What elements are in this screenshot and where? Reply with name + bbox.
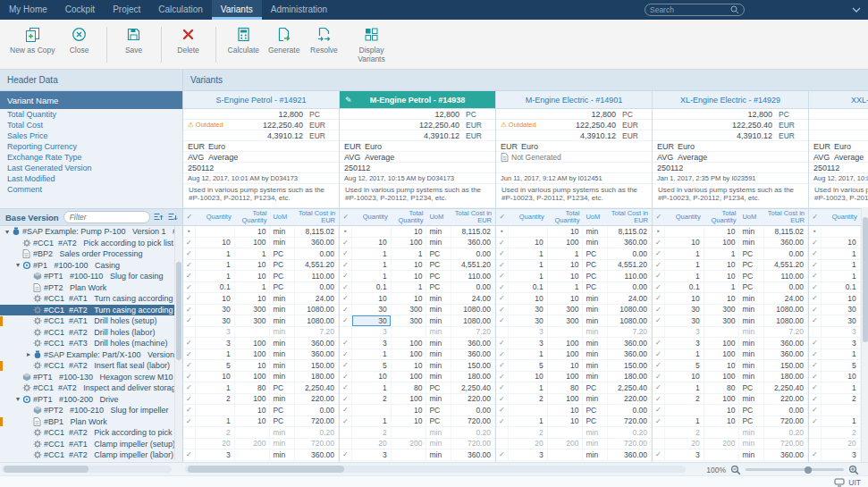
cell-total-quantity[interactable]: 300 <box>392 305 427 315</box>
cell-total-cost[interactable]: 360.00 <box>608 349 652 360</box>
column-header-total-cost[interactable]: Total Cost in EUR <box>295 209 339 225</box>
zoom-in-icon[interactable] <box>848 465 859 475</box>
cell-uom[interactable]: min <box>426 315 451 326</box>
column-header-total-quantity[interactable]: Total Quantity <box>548 209 584 225</box>
cell-total-quantity[interactable]: 300 <box>704 305 740 315</box>
cell-total-quantity[interactable]: 10 <box>704 293 740 304</box>
cell-total-cost[interactable]: 360.00 <box>764 449 808 460</box>
cell-total-cost[interactable]: 4,551.20 <box>608 260 652 271</box>
cell-uom[interactable]: min <box>739 238 764 248</box>
chevron-down-icon[interactable]: ▾ <box>13 395 22 403</box>
table-row[interactable]: ✓10PC0.00 <box>809 405 868 416</box>
cell-total-quantity[interactable] <box>235 327 271 338</box>
cell-uom[interactable]: min <box>270 427 295 438</box>
cell-total-cost[interactable]: 1080.00 <box>295 315 339 326</box>
row-checkbox[interactable]: ✓ <box>496 449 509 460</box>
cell-quantity[interactable]: 2 <box>665 394 704 405</box>
comment-field-label[interactable]: Comment <box>0 184 182 208</box>
cell-quantity[interactable]: 1 <box>665 260 704 271</box>
row-checkbox[interactable] <box>496 427 509 438</box>
cell-total-quantity[interactable] <box>392 449 427 460</box>
tree-item[interactable]: ▸#SAP Example: Part/X-100 Version 1 #P-1… <box>0 349 175 361</box>
row-checkbox[interactable]: ✓ <box>183 360 196 371</box>
column-header-uom[interactable]: UoM <box>426 209 451 225</box>
cell-total-quantity[interactable]: 100 <box>235 238 271 248</box>
table-vertical-scrollbar[interactable] <box>861 208 868 462</box>
cell-uom[interactable]: PC <box>270 416 295 427</box>
cell-total-cost[interactable]: 150.00 <box>764 360 808 371</box>
cell-quantity[interactable]: 10 <box>196 372 235 382</box>
row-checkbox[interactable]: ✓ <box>653 372 665 382</box>
cell-total-cost[interactable]: 7.20 <box>608 327 652 338</box>
cell-total-cost[interactable]: 1080.00 <box>608 305 652 315</box>
row-checkbox[interactable]: ✓ <box>496 416 509 427</box>
cell-uom[interactable]: PC <box>739 416 764 427</box>
cell-total-cost[interactable]: 7.20 <box>764 327 808 338</box>
row-checkbox[interactable]: ✓ <box>496 248 509 259</box>
search-box[interactable] <box>645 4 745 16</box>
cell-total-cost[interactable]: 720.00 <box>764 439 808 449</box>
cell-uom[interactable]: min <box>583 305 608 315</box>
cell-quantity[interactable]: 0.1 <box>509 282 548 293</box>
row-checkbox[interactable]: ✓ <box>653 405 665 416</box>
cell-quantity[interactable]: 1 <box>665 248 704 259</box>
cell-uom[interactable]: min <box>426 238 451 248</box>
cell-total-cost[interactable]: 220.00 <box>608 394 652 405</box>
tree-item[interactable]: #CC1 #AT1 Clamp impeller (setup) <box>0 439 175 450</box>
cell-total-cost[interactable]: 0.20 <box>608 427 652 438</box>
cell-total-cost[interactable]: 150.00 <box>295 360 339 371</box>
select-all-checkbox[interactable]: ✓ <box>653 209 665 225</box>
table-row[interactable]: 2min0.20 <box>653 427 808 439</box>
tree-item[interactable]: #PT1 #100-110 Slug for casing <box>0 271 175 282</box>
cell-quantity[interactable]: 1 <box>822 260 861 271</box>
cell-total-cost[interactable]: 0.00 <box>295 282 339 293</box>
table-row[interactable]: ✓510min150.00 <box>340 360 495 372</box>
cell-total-quantity[interactable]: 10 <box>235 260 271 271</box>
cell-uom[interactable]: PC <box>583 282 608 293</box>
cell-uom[interactable]: min <box>583 226 608 237</box>
tree-item[interactable]: #PT2 Plan Work <box>0 282 175 294</box>
row-checkbox[interactable]: ✓ <box>183 260 196 271</box>
table-row[interactable]: ✓510min150.00 <box>183 360 339 372</box>
row-checkbox[interactable]: ✓ <box>809 360 822 371</box>
cell-uom[interactable]: min <box>583 293 608 304</box>
table-row[interactable]: ✓2100min220.00 <box>183 394 339 406</box>
cell-total-quantity[interactable]: 10 <box>235 416 271 427</box>
cell-quantity[interactable]: 1 <box>352 248 392 259</box>
cell-uom[interactable]: min <box>270 394 295 405</box>
cell-total-quantity[interactable]: 100 <box>392 372 427 382</box>
row-checkbox[interactable]: ▪ <box>809 226 822 237</box>
cell-total-cost[interactable]: 0.00 <box>608 248 652 259</box>
cell-quantity[interactable] <box>196 405 235 416</box>
table-row[interactable]: ✓110PC4,551.20 <box>340 260 495 272</box>
cell-total-cost[interactable]: 360.00 <box>764 238 808 248</box>
cell-total-cost[interactable]: 2,250.40 <box>608 382 652 393</box>
row-checkbox[interactable]: ✓ <box>653 271 665 281</box>
cell-total-cost[interactable]: 7.20 <box>451 327 495 338</box>
cell-total-cost[interactable]: 360.00 <box>295 238 339 248</box>
cell-uom[interactable]: min <box>739 226 764 237</box>
cell-total-quantity[interactable]: 100 <box>392 238 427 248</box>
cell-quantity[interactable]: 3 <box>509 338 548 348</box>
cell-quantity[interactable]: 1 <box>352 382 392 393</box>
cell-quantity[interactable]: 1 <box>352 271 392 281</box>
tree-item[interactable]: #CC1 #AT1 Drill holes (setup) <box>0 315 175 327</box>
cell-quantity[interactable]: 1 <box>509 271 548 281</box>
cell-quantity[interactable] <box>665 405 704 416</box>
cell-total-quantity[interactable]: 200 <box>392 439 427 449</box>
table-row[interactable]: ✓30300min1080.00 <box>183 315 339 327</box>
table-row[interactable]: ✓110PC4,551.20 <box>183 260 339 272</box>
cell-total-quantity[interactable]: 200 <box>235 439 271 449</box>
cell-total-cost[interactable]: 0.20 <box>764 427 808 438</box>
row-checkbox[interactable]: ✓ <box>183 382 196 393</box>
cell-total-quantity[interactable]: 10 <box>235 271 271 281</box>
cell-total-quantity[interactable]: 10 <box>548 360 584 371</box>
cell-total-cost[interactable]: 220.00 <box>451 394 495 405</box>
cell-total-cost[interactable]: 8,115.02 <box>451 226 495 237</box>
table-row[interactable]: ✓110PC720.00 <box>496 416 652 428</box>
column-header-quantity[interactable]: Quantity <box>352 209 392 225</box>
row-checkbox[interactable]: ✓ <box>496 260 509 271</box>
table-row[interactable]: ✓30300min1080.00 <box>653 305 808 316</box>
cell-quantity[interactable]: 30 <box>352 315 392 326</box>
table-row[interactable]: ✓2100min220.00 <box>809 394 868 406</box>
